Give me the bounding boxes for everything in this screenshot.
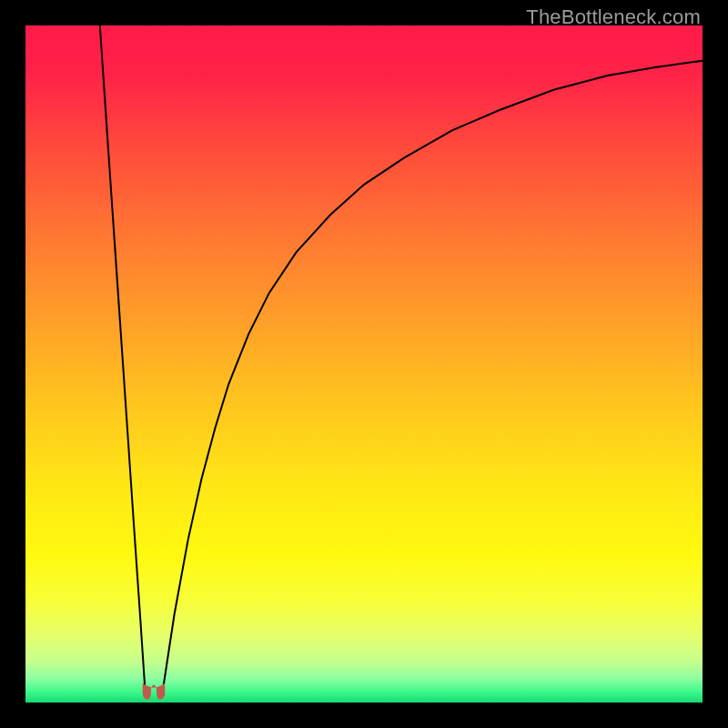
plot-area: [25, 25, 703, 703]
curves-layer: [25, 25, 703, 703]
minimum-marker: [143, 683, 166, 700]
curve-left-branch: [100, 25, 146, 693]
watermark-text: TheBottleneck.com: [526, 5, 701, 29]
curve-right-branch: [162, 61, 703, 694]
chart-frame: TheBottleneck.com: [0, 0, 728, 728]
